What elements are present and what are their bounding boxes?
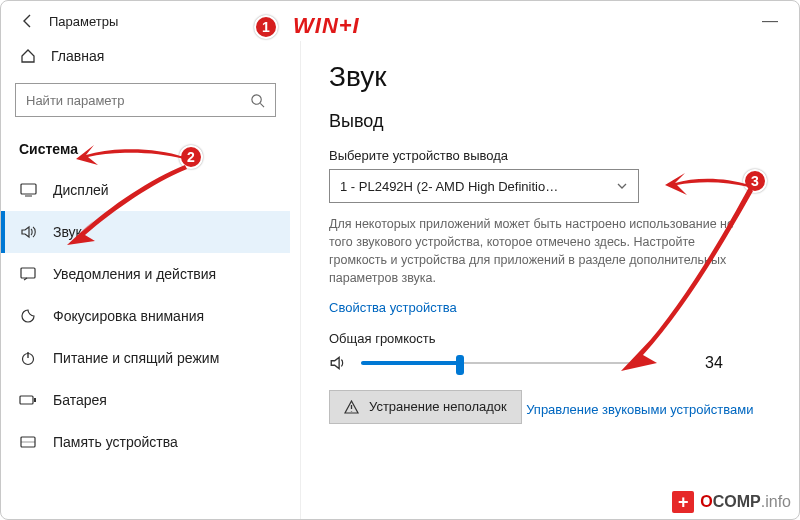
svg-rect-5 — [34, 398, 36, 402]
sidebar-item-label: Дисплей — [53, 182, 109, 198]
watermark: + OCOMP.info — [672, 491, 791, 513]
output-device-dropdown[interactable]: 1 - PL2492H (2- AMD High Definitio… — [329, 169, 639, 203]
device-hint: Для некоторых приложений может быть наст… — [329, 215, 749, 288]
notify-icon — [19, 265, 37, 283]
page-title: Звук — [329, 61, 769, 93]
volume-slider[interactable] — [361, 354, 651, 372]
sidebar-item-power[interactable]: Питание и спящий режим — [1, 337, 290, 379]
manage-devices-link[interactable]: Управление звуковыми устройствами — [526, 402, 753, 417]
sidebar-item-label: Память устройства — [53, 434, 178, 450]
warning-icon — [344, 400, 359, 414]
svg-rect-7 — [21, 441, 35, 443]
focus-icon — [19, 307, 37, 325]
troubleshoot-button[interactable]: Устранение неполадок — [329, 390, 522, 424]
display-icon — [19, 181, 37, 199]
sidebar-item-label: Уведомления и действия — [53, 266, 216, 282]
sidebar-item-label: Звук — [53, 224, 82, 240]
storage-icon — [19, 433, 37, 451]
search-input[interactable] — [26, 93, 250, 108]
titlebar: Параметры — — [1, 1, 799, 41]
search-box[interactable] — [15, 83, 276, 117]
sidebar-item-storage[interactable]: Память устройства — [1, 421, 290, 463]
section-system[interactable]: Система — [1, 133, 290, 169]
window-title: Параметры — [49, 14, 118, 29]
volume-value: 34 — [705, 354, 723, 372]
volume-row: 34 — [329, 354, 769, 372]
output-heading: Вывод — [329, 111, 769, 132]
sidebar-item-label: Фокусировка внимания — [53, 308, 204, 324]
minimize-button[interactable]: — — [755, 12, 785, 30]
sidebar-item-sound[interactable]: Звук — [1, 211, 290, 253]
watermark-icon: + — [672, 491, 694, 513]
search-icon — [250, 93, 265, 108]
chevron-down-icon — [616, 180, 628, 192]
dropdown-value: 1 - PL2492H (2- AMD High Definitio… — [340, 179, 558, 194]
sidebar: Главная Система Дисплей Звук Уведомления… — [1, 41, 301, 519]
home-label: Главная — [51, 48, 104, 64]
svg-rect-1 — [21, 184, 36, 194]
slider-thumb[interactable] — [456, 355, 464, 375]
slider-fill — [361, 361, 460, 365]
watermark-text: OCOMP.info — [700, 493, 791, 511]
sound-icon — [19, 223, 37, 241]
settings-window: Параметры — Главная Система Дисплей — [0, 0, 800, 520]
sidebar-item-label: Батарея — [53, 392, 107, 408]
power-icon — [19, 349, 37, 367]
home-icon — [19, 47, 37, 65]
sidebar-item-display[interactable]: Дисплей — [1, 169, 290, 211]
content-pane: Звук Вывод Выберите устройство вывода 1 … — [301, 41, 799, 519]
volume-label: Общая громкость — [329, 331, 769, 346]
svg-rect-2 — [21, 268, 35, 278]
troubleshoot-label: Устранение неполадок — [369, 399, 507, 414]
svg-rect-4 — [20, 396, 33, 404]
svg-point-0 — [252, 94, 261, 103]
sidebar-item-focus[interactable]: Фокусировка внимания — [1, 295, 290, 337]
battery-icon — [19, 391, 37, 409]
device-label: Выберите устройство вывода — [329, 148, 769, 163]
sidebar-item-notifications[interactable]: Уведомления и действия — [1, 253, 290, 295]
back-button[interactable] — [15, 8, 41, 34]
window-body: Главная Система Дисплей Звук Уведомления… — [1, 41, 799, 519]
speaker-icon — [329, 354, 347, 372]
home-nav[interactable]: Главная — [1, 41, 290, 77]
device-properties-link[interactable]: Свойства устройства — [329, 300, 457, 315]
sidebar-item-label: Питание и спящий режим — [53, 350, 219, 366]
sidebar-item-battery[interactable]: Батарея — [1, 379, 290, 421]
